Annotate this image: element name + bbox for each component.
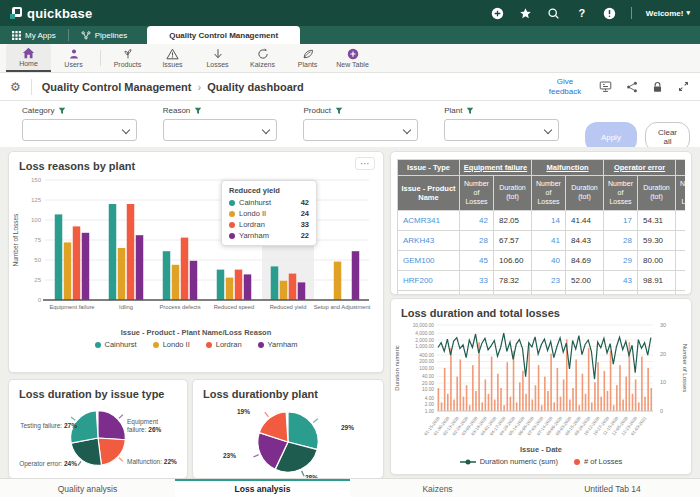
svg-text:20.00: 20.00 bbox=[422, 381, 434, 386]
pipelines-label: Pipelines bbox=[95, 31, 127, 40]
svg-text:25: 25 bbox=[34, 277, 41, 283]
tab-loss-analysis[interactable]: Loss analysis bbox=[175, 479, 350, 497]
table-nav-home[interactable]: Home bbox=[6, 44, 51, 72]
filter-label: Product bbox=[303, 106, 331, 115]
table-nav-label: Losses bbox=[206, 61, 228, 68]
svg-text:Idling: Idling bbox=[119, 304, 133, 310]
filter-label: Category bbox=[22, 106, 54, 115]
svg-text:Reduced yield: Reduced yield bbox=[270, 304, 307, 310]
bar-chart-xlabel: Issue - Product - Plant Name/Loss Reason bbox=[9, 328, 383, 337]
page-title: Quality dashboard bbox=[207, 81, 304, 93]
grid-icon bbox=[12, 31, 21, 40]
reason-select[interactable] bbox=[163, 119, 278, 141]
settings-gear-icon[interactable]: ⚙ bbox=[10, 80, 21, 94]
tab-quality-analysis[interactable]: Quality analysis bbox=[0, 479, 175, 497]
quickbase-logo-text: quickbase bbox=[27, 6, 92, 21]
table-nav-products[interactable]: Products bbox=[105, 44, 150, 72]
table-nav-new-table[interactable]: New Table bbox=[330, 44, 375, 72]
add-icon[interactable] bbox=[491, 6, 505, 20]
pie-label: Operator error: 24% bbox=[13, 460, 77, 468]
table-nav-users[interactable]: Users bbox=[51, 44, 96, 72]
breadcrumb-row: ⚙ Quality Control Management › Quality d… bbox=[0, 73, 700, 101]
top-bar: quickbase ? Welcome! ▾ bbox=[0, 0, 700, 26]
my-apps-button[interactable]: My Apps bbox=[0, 26, 68, 44]
svg-text:Reduced speed: Reduced speed bbox=[214, 304, 255, 310]
filter-row: Category Reason Product Plant Apply Clea… bbox=[0, 101, 700, 147]
filter-label: Plant bbox=[444, 106, 462, 115]
svg-text:75: 75 bbox=[34, 237, 41, 243]
share-icon[interactable] bbox=[625, 80, 638, 93]
pie-chart-plant bbox=[246, 400, 330, 479]
pie-plant-card: Loss durationby plant 19% 29% 23% 28% bbox=[192, 379, 384, 479]
table-nav-label: Plants bbox=[298, 61, 317, 68]
svg-text:Equipment failure: Equipment failure bbox=[49, 304, 94, 310]
tab-kaizens[interactable]: Kaizens bbox=[350, 479, 525, 497]
home-icon bbox=[22, 47, 35, 59]
category-select[interactable] bbox=[22, 119, 137, 141]
tab-untitled-14[interactable]: Untitled Tab 14 bbox=[525, 479, 700, 497]
tooltip-title: Reduced yield bbox=[229, 186, 309, 195]
table-nav-label: New Table bbox=[336, 61, 369, 68]
plant-select[interactable] bbox=[444, 119, 559, 141]
pie-issue-type-title: Loss duration by issue type bbox=[9, 380, 187, 400]
pie-label: 23% bbox=[223, 452, 236, 460]
table-nav-plants[interactable]: Plants bbox=[285, 44, 330, 72]
funnel-icon bbox=[466, 107, 474, 115]
app-tab-quality-control-management[interactable]: Quality Control Management bbox=[147, 26, 300, 44]
table-nav-label: Issues bbox=[162, 61, 182, 68]
pie-label: 19% bbox=[237, 408, 250, 416]
product-select[interactable] bbox=[303, 119, 418, 141]
lock-icon[interactable] bbox=[651, 80, 664, 93]
table-nav-losses[interactable]: Losses bbox=[195, 44, 240, 72]
welcome-menu[interactable]: Welcome! ▾ bbox=[646, 9, 690, 18]
line-chart-title: Loss duration and total losses bbox=[391, 299, 691, 319]
funnel-icon bbox=[335, 107, 343, 115]
pie-issue-type-card: Loss duration by issue type Testing fail… bbox=[8, 379, 188, 479]
line-chart-card: Loss duration and total losses 10,000.00… bbox=[390, 298, 692, 475]
refresh-icon bbox=[257, 48, 269, 60]
plus-circle-icon bbox=[347, 48, 359, 60]
svg-text:Number of Losses: Number of Losses bbox=[682, 344, 688, 393]
search-icon[interactable] bbox=[547, 6, 561, 20]
svg-text:1.00: 1.00 bbox=[425, 409, 435, 414]
favorites-star-icon[interactable] bbox=[519, 6, 533, 20]
svg-text:150: 150 bbox=[31, 177, 42, 183]
chevron-down-icon bbox=[121, 126, 129, 134]
svg-text:0: 0 bbox=[660, 408, 663, 414]
users-icon bbox=[68, 48, 80, 60]
bar-chart-card: Loss reasons by plant ⋯ 0255075100125150… bbox=[8, 151, 384, 373]
svg-text:0: 0 bbox=[38, 297, 42, 303]
chevron-down-icon bbox=[262, 126, 270, 134]
alerts-icon[interactable] bbox=[603, 6, 617, 20]
svg-text:10: 10 bbox=[660, 379, 666, 385]
breadcrumb-app[interactable]: Quality Control Management bbox=[42, 81, 192, 93]
svg-text:2.00: 2.00 bbox=[425, 402, 435, 407]
pivot-table-wrap: Issue - TypeEquipment failureMalfunction… bbox=[397, 159, 685, 295]
pipelines-button[interactable]: Pipelines bbox=[69, 26, 139, 44]
breadcrumb-separator: › bbox=[198, 81, 202, 93]
filter-category: Category bbox=[22, 106, 137, 141]
table-nav-kaizens[interactable]: Kaizens bbox=[240, 44, 285, 72]
table-nav-label: Products bbox=[114, 61, 142, 68]
table-nav-label: Home bbox=[19, 60, 38, 67]
svg-text:Process defects: Process defects bbox=[159, 304, 200, 310]
give-feedback-link[interactable]: Give feedback bbox=[544, 77, 586, 95]
filter-plant: Plant bbox=[444, 106, 559, 141]
pivot-table-card: Issue - TypeEquipment failureMalfunction… bbox=[390, 151, 692, 295]
pipelines-icon bbox=[81, 30, 91, 40]
table-nav-issues[interactable]: Issues bbox=[150, 44, 195, 72]
card-menu-button[interactable]: ⋯ bbox=[355, 157, 375, 170]
funnel-icon bbox=[194, 107, 202, 115]
pie-label: Malfunction: 22% bbox=[127, 458, 183, 466]
crumb-divider bbox=[31, 79, 32, 95]
app-tabs-row: My Apps Pipelines Quality Control Manage… bbox=[0, 26, 700, 44]
quickbase-logo[interactable]: quickbase bbox=[10, 6, 92, 21]
help-icon[interactable]: ? bbox=[575, 6, 589, 20]
table-row: ARKH432867.574184.432859.30 bbox=[398, 231, 686, 251]
svg-text:10,000.00: 10,000.00 bbox=[413, 323, 435, 328]
expand-icon[interactable] bbox=[677, 80, 690, 93]
table-row: HRF2003378.322352.004398.91 bbox=[398, 271, 686, 291]
pivot-table: Issue - TypeEquipment failureMalfunction… bbox=[397, 159, 685, 295]
present-icon[interactable] bbox=[599, 80, 612, 93]
topbar-divider bbox=[631, 7, 632, 19]
